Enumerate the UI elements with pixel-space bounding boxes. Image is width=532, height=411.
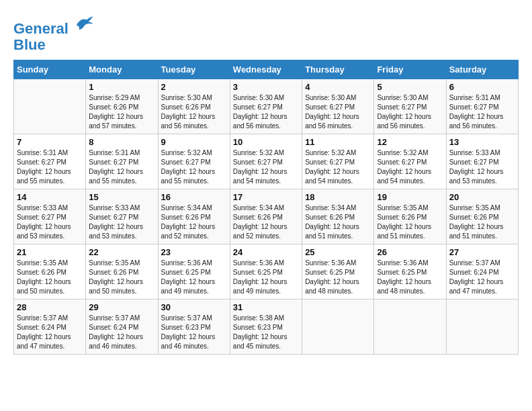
day-cell: 31Sunrise: 5:38 AMSunset: 6:23 PMDayligh…: [230, 300, 302, 355]
day-cell: 13Sunrise: 5:33 AMSunset: 6:27 PMDayligh…: [446, 134, 518, 189]
day-cell: 22Sunrise: 5:35 AMSunset: 6:26 PMDayligh…: [86, 244, 158, 300]
day-number: 6: [449, 82, 515, 92]
week-row-2: 7Sunrise: 5:31 AMSunset: 6:27 PMDaylight…: [14, 134, 519, 189]
day-info: Sunrise: 5:31 AMSunset: 6:27 PMDaylight:…: [17, 148, 83, 186]
day-number: 7: [17, 137, 83, 147]
day-number: 24: [233, 247, 299, 257]
day-cell: 30Sunrise: 5:37 AMSunset: 6:23 PMDayligh…: [158, 300, 230, 355]
day-cell: 28Sunrise: 5:37 AMSunset: 6:24 PMDayligh…: [14, 300, 86, 355]
header-friday: Friday: [374, 60, 446, 79]
day-cell: 23Sunrise: 5:36 AMSunset: 6:25 PMDayligh…: [158, 244, 230, 300]
day-info: Sunrise: 5:33 AMSunset: 6:27 PMDaylight:…: [449, 148, 515, 186]
day-cell: 19Sunrise: 5:35 AMSunset: 6:26 PMDayligh…: [374, 189, 446, 244]
day-number: 21: [17, 247, 83, 257]
day-number: 20: [449, 192, 515, 202]
day-number: 31: [233, 302, 299, 312]
week-row-1: 1Sunrise: 5:29 AMSunset: 6:26 PMDaylight…: [14, 79, 519, 134]
day-number: 29: [89, 302, 154, 312]
day-number: 25: [305, 247, 371, 257]
day-info: Sunrise: 5:30 AMSunset: 6:27 PMDaylight:…: [305, 93, 371, 131]
day-cell: 2Sunrise: 5:30 AMSunset: 6:26 PMDaylight…: [158, 79, 230, 134]
day-number: 19: [377, 192, 443, 202]
day-info: Sunrise: 5:29 AMSunset: 6:26 PMDaylight:…: [89, 93, 154, 131]
day-info: Sunrise: 5:32 AMSunset: 6:27 PMDaylight:…: [233, 148, 299, 186]
day-cell: 5Sunrise: 5:30 AMSunset: 6:27 PMDaylight…: [374, 79, 446, 134]
day-cell: 18Sunrise: 5:34 AMSunset: 6:26 PMDayligh…: [302, 189, 374, 244]
header-thursday: Thursday: [302, 60, 374, 79]
day-info: Sunrise: 5:31 AMSunset: 6:27 PMDaylight:…: [89, 148, 154, 186]
day-cell: 10Sunrise: 5:32 AMSunset: 6:27 PMDayligh…: [230, 134, 302, 189]
day-number: 15: [89, 192, 154, 202]
day-number: 18: [305, 192, 371, 202]
day-info: Sunrise: 5:35 AMSunset: 6:26 PMDaylight:…: [17, 259, 83, 296]
day-number: 2: [161, 82, 227, 92]
day-info: Sunrise: 5:37 AMSunset: 6:24 PMDaylight:…: [89, 314, 154, 351]
day-cell: 25Sunrise: 5:36 AMSunset: 6:25 PMDayligh…: [302, 244, 374, 300]
day-number: 4: [305, 82, 371, 92]
day-cell: 29Sunrise: 5:37 AMSunset: 6:24 PMDayligh…: [86, 300, 158, 355]
day-info: Sunrise: 5:38 AMSunset: 6:23 PMDaylight:…: [233, 314, 299, 351]
logo-text: General Blue: [13, 13, 94, 53]
logo-blue: Blue: [13, 36, 46, 53]
day-cell: 7Sunrise: 5:31 AMSunset: 6:27 PMDaylight…: [14, 134, 86, 189]
header-wednesday: Wednesday: [230, 60, 302, 79]
day-info: Sunrise: 5:31 AMSunset: 6:27 PMDaylight:…: [449, 93, 515, 131]
day-info: Sunrise: 5:32 AMSunset: 6:27 PMDaylight:…: [161, 148, 227, 186]
day-cell: 8Sunrise: 5:31 AMSunset: 6:27 PMDaylight…: [86, 134, 158, 189]
day-info: Sunrise: 5:30 AMSunset: 6:27 PMDaylight:…: [233, 93, 299, 131]
day-number: 14: [17, 192, 83, 202]
day-info: Sunrise: 5:37 AMSunset: 6:24 PMDaylight:…: [449, 259, 515, 296]
day-info: Sunrise: 5:34 AMSunset: 6:26 PMDaylight:…: [305, 203, 371, 241]
day-cell: 16Sunrise: 5:34 AMSunset: 6:26 PMDayligh…: [158, 189, 230, 244]
day-number: 16: [161, 192, 227, 202]
day-cell: 21Sunrise: 5:35 AMSunset: 6:26 PMDayligh…: [14, 244, 86, 300]
day-info: Sunrise: 5:36 AMSunset: 6:25 PMDaylight:…: [305, 259, 371, 296]
day-cell: 24Sunrise: 5:36 AMSunset: 6:25 PMDayligh…: [230, 244, 302, 300]
day-info: Sunrise: 5:35 AMSunset: 6:26 PMDaylight:…: [449, 203, 515, 241]
calendar-header-row: SundayMondayTuesdayWednesdayThursdayFrid…: [14, 60, 519, 79]
day-info: Sunrise: 5:32 AMSunset: 6:27 PMDaylight:…: [305, 148, 371, 186]
day-number: 30: [161, 302, 227, 312]
day-cell: 15Sunrise: 5:33 AMSunset: 6:27 PMDayligh…: [86, 189, 158, 244]
day-cell: 1Sunrise: 5:29 AMSunset: 6:26 PMDaylight…: [86, 79, 158, 134]
day-info: Sunrise: 5:35 AMSunset: 6:26 PMDaylight:…: [89, 259, 154, 296]
header-monday: Monday: [86, 60, 158, 79]
day-cell: 12Sunrise: 5:32 AMSunset: 6:27 PMDayligh…: [374, 134, 446, 189]
day-cell: [14, 79, 86, 134]
day-info: Sunrise: 5:36 AMSunset: 6:25 PMDaylight:…: [161, 259, 227, 296]
week-row-5: 28Sunrise: 5:37 AMSunset: 6:24 PMDayligh…: [14, 300, 519, 355]
day-number: 1: [89, 82, 154, 92]
day-number: 27: [449, 247, 515, 257]
day-info: Sunrise: 5:33 AMSunset: 6:27 PMDaylight:…: [17, 203, 83, 241]
day-number: 22: [89, 247, 154, 257]
logo: General Blue: [13, 13, 94, 53]
header-sunday: Sunday: [14, 60, 86, 79]
logo-general: General: [13, 20, 69, 37]
day-cell: 17Sunrise: 5:34 AMSunset: 6:26 PMDayligh…: [230, 189, 302, 244]
day-cell: 4Sunrise: 5:30 AMSunset: 6:27 PMDaylight…: [302, 79, 374, 134]
day-cell: [374, 300, 446, 355]
day-info: Sunrise: 5:36 AMSunset: 6:25 PMDaylight:…: [377, 259, 443, 296]
day-info: Sunrise: 5:33 AMSunset: 6:27 PMDaylight:…: [89, 203, 154, 241]
day-info: Sunrise: 5:34 AMSunset: 6:26 PMDaylight:…: [161, 203, 227, 241]
week-row-3: 14Sunrise: 5:33 AMSunset: 6:27 PMDayligh…: [14, 189, 519, 244]
day-cell: 14Sunrise: 5:33 AMSunset: 6:27 PMDayligh…: [14, 189, 86, 244]
day-number: 10: [233, 137, 299, 147]
day-number: 9: [161, 137, 227, 147]
day-info: Sunrise: 5:37 AMSunset: 6:24 PMDaylight:…: [17, 314, 83, 351]
day-info: Sunrise: 5:37 AMSunset: 6:23 PMDaylight:…: [161, 314, 227, 351]
week-row-4: 21Sunrise: 5:35 AMSunset: 6:26 PMDayligh…: [14, 244, 519, 300]
day-number: 28: [17, 302, 83, 312]
day-number: 12: [377, 137, 443, 147]
day-cell: [446, 300, 518, 355]
page-header: General Blue: [13, 13, 519, 53]
day-info: Sunrise: 5:36 AMSunset: 6:25 PMDaylight:…: [233, 259, 299, 296]
day-cell: 11Sunrise: 5:32 AMSunset: 6:27 PMDayligh…: [302, 134, 374, 189]
header-saturday: Saturday: [446, 60, 518, 79]
day-cell: 20Sunrise: 5:35 AMSunset: 6:26 PMDayligh…: [446, 189, 518, 244]
day-cell: 9Sunrise: 5:32 AMSunset: 6:27 PMDaylight…: [158, 134, 230, 189]
calendar-table: SundayMondayTuesdayWednesdayThursdayFrid…: [13, 60, 519, 355]
day-info: Sunrise: 5:32 AMSunset: 6:27 PMDaylight:…: [377, 148, 443, 186]
day-number: 11: [305, 137, 371, 147]
logo-bird-icon: [74, 13, 94, 34]
